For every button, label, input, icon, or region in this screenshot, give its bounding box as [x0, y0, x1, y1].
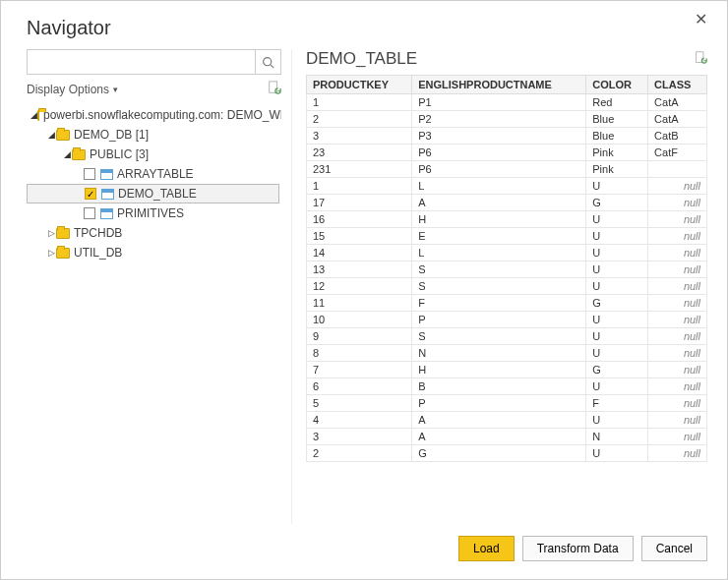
table-cell: P6	[412, 161, 586, 178]
table-cell: 4	[307, 412, 412, 429]
table-cell: Pink	[586, 145, 648, 161]
table-row[interactable]: 1P1RedCatA	[307, 94, 707, 111]
table-cell: A	[412, 412, 586, 429]
table-cell: CatA	[648, 94, 707, 111]
search-field[interactable]	[27, 49, 281, 75]
table-cell: null	[648, 245, 707, 261]
table-row[interactable]: 10PUnull	[307, 312, 707, 328]
table-icon	[101, 189, 114, 200]
col-englishproductname[interactable]: ENGLISHPRODUCTNAME	[412, 76, 586, 94]
table-cell: Blue	[586, 128, 648, 145]
table-row[interactable]: 23P6PinkCatF	[307, 145, 707, 161]
refresh-preview-icon[interactable]	[695, 50, 707, 68]
table-row[interactable]: 11FGnull	[307, 295, 707, 312]
table-cell: 11	[307, 295, 412, 312]
cancel-button[interactable]: Cancel	[641, 536, 707, 561]
load-button[interactable]: Load	[458, 536, 515, 561]
table-cell	[648, 161, 707, 178]
display-options-dropdown[interactable]: Display Options ▾	[27, 83, 118, 96]
tree-node-database[interactable]: DEMO_DB [1]	[27, 125, 281, 145]
collapse-icon[interactable]	[46, 130, 56, 140]
col-color[interactable]: COLOR	[586, 76, 648, 94]
svg-point-0	[264, 57, 272, 65]
tree-node-utildb[interactable]: UTIL_DB	[27, 243, 281, 262]
col-productkey[interactable]: PRODUCTKEY	[307, 76, 412, 94]
table-cell: null	[648, 261, 707, 278]
table-cell: Blue	[586, 111, 648, 128]
svg-line-1	[271, 64, 273, 67]
table-cell: P2	[412, 111, 586, 128]
table-cell: 2	[307, 111, 412, 128]
table-row[interactable]: 1LUnull	[307, 178, 707, 195]
table-cell: H	[412, 362, 586, 378]
left-panel: Display Options ▾ powerbi.snowflakecompu…	[27, 49, 292, 524]
table-row[interactable]: 2GUnull	[307, 445, 707, 462]
table-row[interactable]: 9SUnull	[307, 328, 707, 345]
table-row[interactable]: 231P6Pink	[307, 161, 707, 178]
table-row[interactable]: 8NUnull	[307, 345, 707, 362]
checkbox[interactable]	[84, 168, 95, 180]
table-cell: null	[648, 378, 707, 395]
table-cell: P3	[412, 128, 586, 145]
table-row[interactable]: 12SUnull	[307, 278, 707, 295]
table-cell: A	[412, 195, 586, 211]
transform-data-button[interactable]: Transform Data	[522, 536, 634, 561]
collapse-icon[interactable]	[62, 149, 72, 159]
expand-icon[interactable]	[46, 228, 56, 238]
table-cell: null	[648, 395, 707, 412]
table-row[interactable]: 6BUnull	[307, 378, 707, 395]
table-cell: 9	[307, 328, 412, 345]
table-cell: null	[648, 362, 707, 378]
folder-icon	[72, 149, 86, 160]
close-icon[interactable]: ✕	[689, 9, 713, 29]
search-icon[interactable]	[255, 50, 280, 74]
tree-label: DEMO_DB [1]	[74, 128, 149, 142]
checkbox[interactable]: ✓	[85, 188, 96, 200]
tree-label: DEMO_TABLE	[118, 187, 197, 201]
table-cell: B	[412, 378, 586, 395]
folder-icon	[56, 130, 70, 141]
table-row[interactable]: 14LUnull	[307, 245, 707, 261]
table-cell: 5	[307, 395, 412, 412]
search-input[interactable]	[28, 50, 255, 74]
table-cell: U	[586, 328, 648, 345]
folder-icon	[56, 248, 70, 259]
table-cell: S	[412, 261, 586, 278]
table-row[interactable]: 13SUnull	[307, 261, 707, 278]
tree-node-table-primitives[interactable]: PRIMITIVES	[27, 203, 281, 223]
table-cell: 1	[307, 178, 412, 195]
col-class[interactable]: CLASS	[648, 76, 707, 94]
table-row[interactable]: 3P3BlueCatB	[307, 128, 707, 145]
table-row[interactable]: 5PFnull	[307, 395, 707, 412]
checkbox[interactable]	[84, 207, 95, 219]
table-row[interactable]: 2P2BlueCatA	[307, 111, 707, 128]
table-cell: 3	[307, 429, 412, 445]
table-cell: 14	[307, 245, 412, 261]
tree-node-tpchdb[interactable]: TPCHDB	[27, 223, 281, 243]
tree-node-server[interactable]: powerbi.snowflakecomputing.com: DEMO_WH.…	[27, 105, 281, 125]
table-cell: G	[586, 362, 648, 378]
tree-node-schema[interactable]: PUBLIC [3]	[27, 145, 281, 164]
table-row[interactable]: 7HGnull	[307, 362, 707, 378]
table-cell: 6	[307, 378, 412, 395]
table-cell: F	[412, 295, 586, 312]
table-cell: U	[586, 211, 648, 228]
table-row[interactable]: 17AGnull	[307, 195, 707, 211]
preview-title: DEMO_TABLE	[306, 49, 417, 69]
table-cell: L	[412, 178, 586, 195]
collapse-icon[interactable]	[30, 110, 37, 120]
refresh-icon[interactable]	[268, 81, 281, 97]
table-row[interactable]: 16HUnull	[307, 211, 707, 228]
tree-node-table-arraytable[interactable]: ARRAYTABLE	[27, 164, 281, 184]
table-row[interactable]: 15EUnull	[307, 228, 707, 245]
table-row[interactable]: 4AUnull	[307, 412, 707, 429]
table-cell: 12	[307, 278, 412, 295]
expand-icon[interactable]	[46, 248, 56, 258]
table-cell: G	[586, 195, 648, 211]
table-cell: null	[648, 345, 707, 362]
table-row[interactable]: 3ANnull	[307, 429, 707, 445]
tree-node-table-demotable[interactable]: ✓ DEMO_TABLE	[27, 184, 279, 203]
tree-label: TPCHDB	[74, 226, 122, 240]
tree-label: ARRAYTABLE	[117, 167, 194, 181]
table-cell: null	[648, 429, 707, 445]
